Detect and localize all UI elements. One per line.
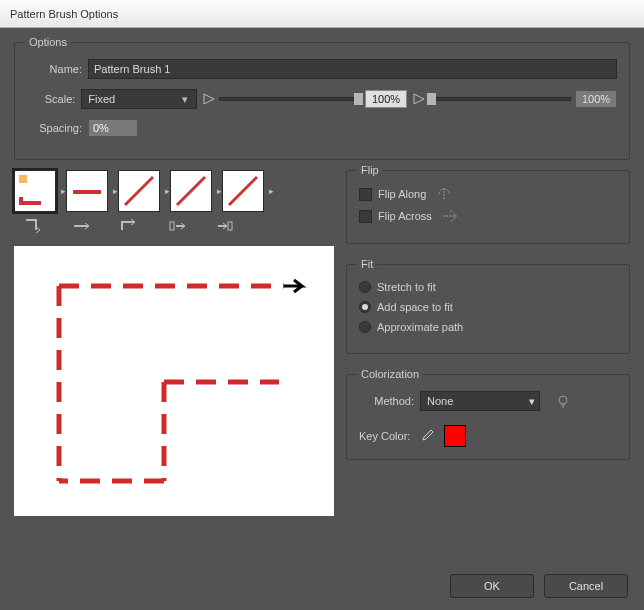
options-legend: Options bbox=[25, 36, 71, 48]
flip-across-checkbox[interactable]: Flip Across bbox=[359, 209, 617, 223]
key-color-label: Key Color: bbox=[359, 430, 410, 442]
eyedropper-icon[interactable] bbox=[420, 429, 434, 443]
method-dropdown[interactable]: None ▾ bbox=[420, 391, 540, 411]
radio-icon bbox=[359, 301, 371, 313]
tile-start[interactable] bbox=[170, 170, 212, 212]
svg-line-2 bbox=[229, 177, 257, 205]
tile-type-icon-row bbox=[14, 218, 334, 234]
fit-legend: Fit bbox=[357, 258, 377, 270]
options-group: Options Name: Scale: Fixed ▾ 100% bbox=[14, 42, 630, 160]
dialog-pattern-brush-options: Pattern Brush Options Options Name: Scal… bbox=[0, 0, 644, 610]
tile-end[interactable] bbox=[222, 170, 264, 212]
checkbox-icon bbox=[359, 210, 372, 223]
fit-approx-label: Approximate path bbox=[377, 321, 463, 333]
name-input[interactable] bbox=[88, 59, 617, 79]
fit-approx-radio[interactable]: Approximate path bbox=[359, 321, 617, 333]
ok-button[interactable]: OK bbox=[450, 574, 534, 598]
fit-addspace-radio[interactable]: Add space to fit bbox=[359, 301, 617, 313]
tile-menu-icon[interactable]: ▸ bbox=[269, 186, 274, 196]
flip-group: Flip Flip Along Flip Across bbox=[346, 170, 630, 244]
start-tile-icon bbox=[168, 218, 188, 234]
chevron-down-icon: ▾ bbox=[529, 395, 535, 408]
scale-max-pointer-icon bbox=[413, 93, 425, 105]
scale-pct-min[interactable]: 100% bbox=[365, 90, 407, 108]
flip-legend: Flip bbox=[357, 164, 383, 176]
brush-preview bbox=[14, 246, 334, 516]
tile-outer-corner[interactable] bbox=[14, 170, 56, 212]
name-label: Name: bbox=[27, 63, 82, 75]
tile-side[interactable] bbox=[66, 170, 108, 212]
method-value: None bbox=[427, 395, 453, 407]
scale-slider-max bbox=[429, 97, 571, 101]
scale-pct-max: 100% bbox=[575, 90, 617, 108]
colorization-group: Colorization Method: None ▾ Key Color: bbox=[346, 374, 630, 460]
fit-stretch-label: Stretch to fit bbox=[377, 281, 436, 293]
svg-point-5 bbox=[559, 396, 567, 404]
method-label: Method: bbox=[359, 395, 414, 407]
svg-line-0 bbox=[125, 177, 153, 205]
key-color-swatch[interactable] bbox=[444, 425, 466, 447]
flip-horizontal-icon bbox=[436, 187, 452, 201]
checkbox-icon bbox=[359, 188, 372, 201]
radio-icon bbox=[359, 281, 371, 293]
fit-stretch-radio[interactable]: Stretch to fit bbox=[359, 281, 617, 293]
titlebar[interactable]: Pattern Brush Options bbox=[0, 0, 644, 28]
scale-label: Scale: bbox=[27, 93, 75, 105]
svg-rect-3 bbox=[170, 222, 174, 230]
scale-value: Fixed bbox=[88, 93, 115, 105]
end-tile-icon bbox=[216, 218, 236, 234]
tips-lightbulb-icon[interactable] bbox=[556, 394, 570, 408]
colorization-legend: Colorization bbox=[357, 368, 423, 380]
dialog-buttons: OK Cancel bbox=[450, 574, 628, 598]
scale-min-pointer-icon bbox=[203, 93, 215, 105]
outer-corner-icon bbox=[24, 218, 44, 234]
svg-line-1 bbox=[177, 177, 205, 205]
flip-vertical-icon bbox=[442, 209, 458, 223]
fit-group: Fit Stretch to fit Add space to fit Appr… bbox=[346, 264, 630, 354]
inner-corner-icon bbox=[120, 218, 140, 234]
scale-slider-min[interactable] bbox=[219, 97, 361, 101]
scale-dropdown[interactable]: Fixed ▾ bbox=[81, 89, 197, 109]
chevron-down-icon: ▾ bbox=[178, 93, 192, 106]
cancel-button[interactable]: Cancel bbox=[544, 574, 628, 598]
flip-along-label: Flip Along bbox=[378, 188, 426, 200]
tile-inner-corner[interactable] bbox=[118, 170, 160, 212]
spacing-label: Spacing: bbox=[27, 122, 82, 134]
dialog-title: Pattern Brush Options bbox=[10, 8, 118, 20]
tile-selector-row: ▸ ▸ ▸ ▸ ▸ bbox=[14, 170, 334, 212]
flip-across-label: Flip Across bbox=[378, 210, 432, 222]
fit-addspace-label: Add space to fit bbox=[377, 301, 453, 313]
radio-icon bbox=[359, 321, 371, 333]
spacing-input[interactable]: 0% bbox=[88, 119, 138, 137]
svg-rect-4 bbox=[228, 222, 232, 230]
flip-along-checkbox[interactable]: Flip Along bbox=[359, 187, 617, 201]
side-tile-icon bbox=[72, 218, 92, 234]
